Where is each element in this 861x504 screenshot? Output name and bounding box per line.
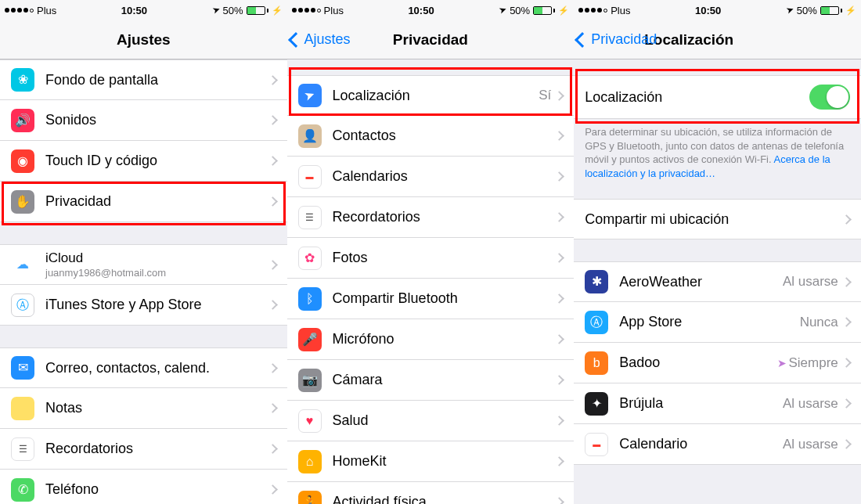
row-detail: Al usarse	[783, 437, 838, 452]
row-telefono[interactable]: ✆ Teléfono	[0, 470, 287, 504]
notes-icon	[11, 397, 34, 420]
chevron-right-icon	[268, 300, 278, 310]
microphone-icon: 🎤	[298, 328, 322, 351]
row-calendario[interactable]: ▬ Calendario Al usarse	[574, 424, 861, 465]
privacy-list: ➤ Localización Sí 👤 Contactos ▬ Calendar…	[287, 59, 575, 504]
location-icon: ➤	[298, 84, 322, 107]
row-label: Badoo	[619, 355, 777, 371]
row-privacidad[interactable]: ✋ Privacidad	[0, 182, 287, 222]
row-sublabel: juanmy1986@hotmail.com	[45, 267, 269, 279]
row-label: Contactos	[333, 128, 557, 144]
touchid-icon: ◉	[11, 149, 34, 173]
wallpaper-icon: ❀	[11, 68, 34, 92]
row-detail: Nunca	[800, 315, 838, 330]
nav-bar: Ajustes	[0, 20, 287, 59]
row-actividad-fisica[interactable]: 🏃 Actividad física	[287, 482, 575, 504]
carrier-label: Plus	[611, 5, 630, 16]
row-label: Compartir Bluetooth	[333, 290, 557, 307]
row-share-location[interactable]: Compartir mi ubicación	[574, 199, 861, 239]
chevron-right-icon	[268, 444, 278, 454]
row-recordatorios[interactable]: ☰ Recordatorios	[287, 197, 575, 238]
back-button[interactable]: Ajustes	[287, 31, 351, 48]
location-status-icon: ➤	[784, 4, 795, 17]
row-label: iTunes Store y App Store	[45, 297, 269, 313]
row-location-toggle[interactable]: Localización	[574, 75, 861, 119]
chevron-right-icon	[554, 334, 564, 344]
row-label: Calendario	[619, 436, 783, 452]
chevron-right-icon	[841, 358, 852, 368]
nav-bar: Ajustes Privacidad	[287, 20, 575, 59]
reminders-icon: ☰	[11, 437, 34, 461]
location-toggle[interactable]	[809, 85, 850, 110]
row-aeroweather[interactable]: ✱ AeroWeather Al usarse	[574, 261, 861, 302]
toggle-label: Localización	[585, 89, 809, 106]
row-bluetooth[interactable]: ᛒ Compartir Bluetooth	[287, 279, 575, 319]
signal-dots-icon	[5, 8, 34, 13]
row-label: Micrófono	[333, 331, 557, 347]
row-label: Correo, contactos, calend.	[45, 360, 269, 376]
chevron-right-icon	[841, 398, 852, 409]
row-calendarios[interactable]: ▬ Calendarios	[287, 157, 575, 197]
signal-dots-icon	[292, 8, 321, 13]
chevron-right-icon	[268, 115, 278, 125]
chevron-right-icon	[554, 131, 564, 141]
aeroweather-icon: ✱	[585, 270, 608, 293]
chevron-right-icon	[554, 456, 564, 466]
row-icloud[interactable]: ☁︎ iCloud juanmy1986@hotmail.com	[0, 244, 287, 285]
row-recordatorios[interactable]: ☰ Recordatorios	[0, 429, 287, 470]
row-touchid[interactable]: ◉ Touch ID y código	[0, 141, 287, 182]
nav-bar: Privacidad Localización	[574, 20, 861, 59]
calendar-icon: ▬	[585, 433, 608, 456]
page-title: Ajustes	[0, 31, 287, 49]
row-sonidos[interactable]: 🔊 Sonidos	[0, 100, 287, 141]
row-microfono[interactable]: 🎤 Micrófono	[287, 319, 575, 360]
row-label: Fondo de pantalla	[45, 72, 269, 88]
chevron-right-icon	[554, 91, 564, 101]
row-detail: Sí	[539, 88, 551, 103]
row-itunes-appstore[interactable]: Ⓐ iTunes Store y App Store	[0, 285, 287, 326]
row-fondo-pantalla[interactable]: ❀ Fondo de pantalla	[0, 59, 287, 100]
row-label: Localización	[333, 88, 539, 104]
chevron-right-icon	[268, 484, 278, 495]
status-bar: Plus 10:50 ➤ 50% ⚡	[0, 0, 287, 20]
location-list: Localización Para determinar su ubicació…	[574, 59, 861, 504]
chevron-right-icon	[841, 277, 852, 287]
row-localizacion[interactable]: ➤ Localización Sí	[287, 75, 575, 116]
chevron-right-icon	[268, 403, 278, 413]
row-fotos[interactable]: ✿ Fotos	[287, 238, 575, 279]
row-camara[interactable]: 📷 Cámara	[287, 360, 575, 401]
icloud-icon: ☁︎	[11, 253, 34, 276]
back-button[interactable]: Privacidad	[574, 31, 657, 48]
row-notas[interactable]: Notas	[0, 388, 287, 429]
row-salud[interactable]: ♥︎ Salud	[287, 401, 575, 441]
row-appstore[interactable]: Ⓐ App Store Nunca	[574, 302, 861, 343]
carrier-label: Plus	[37, 5, 56, 16]
reminders-icon: ☰	[298, 206, 322, 229]
row-detail: Al usarse	[783, 396, 838, 412]
bluetooth-icon: ᛒ	[298, 287, 322, 311]
row-label: Actividad física	[333, 494, 557, 504]
row-brujula[interactable]: ✦ Brújula Al usarse	[574, 383, 861, 424]
privacy-icon: ✋	[11, 190, 34, 214]
row-contactos[interactable]: 👤 Contactos	[287, 116, 575, 157]
calendar-icon: ▬	[298, 165, 322, 189]
chevron-right-icon	[841, 439, 852, 449]
health-icon: ♥︎	[298, 409, 322, 433]
photos-icon: ✿	[298, 247, 322, 270]
row-label: Teléfono	[45, 481, 269, 498]
badoo-icon: b	[585, 351, 608, 375]
chevron-right-icon	[841, 317, 852, 327]
back-label: Ajustes	[304, 31, 351, 48]
row-label: iCloud	[45, 250, 269, 266]
battery-icon	[247, 6, 268, 15]
camera-icon: 📷	[298, 369, 322, 392]
screen-localizacion: Plus 10:50 ➤ 50% ⚡ Privacidad Localizaci…	[574, 0, 861, 504]
row-homekit[interactable]: ⌂ HomeKit	[287, 441, 575, 482]
row-mail-contacts-calendar[interactable]: ✉︎ Correo, contactos, calend.	[0, 347, 287, 388]
row-label: Fotos	[333, 250, 557, 266]
chevron-left-icon	[575, 32, 590, 48]
settings-list: ❀ Fondo de pantalla 🔊 Sonidos ◉ Touch ID…	[0, 59, 287, 504]
chevron-right-icon	[554, 416, 564, 426]
row-badoo[interactable]: b Badoo ➤Siempre	[574, 343, 861, 383]
carrier-label: Plus	[324, 5, 344, 16]
